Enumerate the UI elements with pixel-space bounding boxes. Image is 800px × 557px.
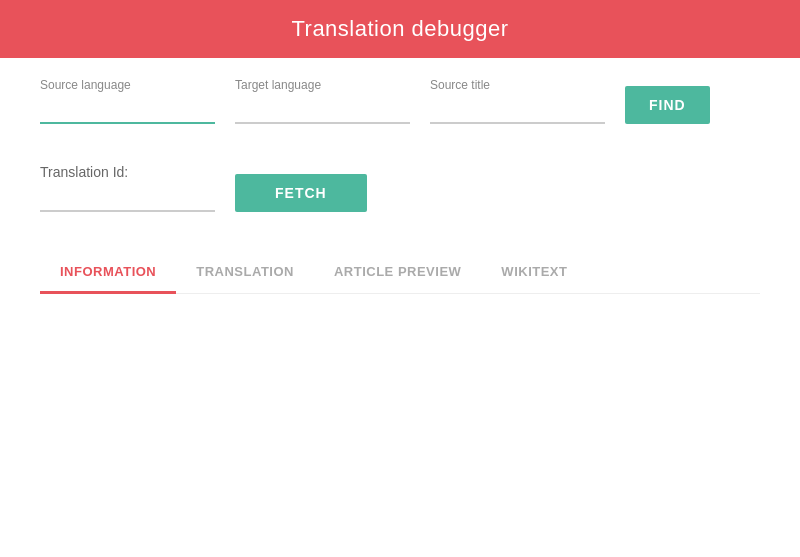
app-container: Translation debugger Source language Tar… <box>0 0 800 557</box>
source-title-input[interactable] <box>430 98 605 124</box>
fetch-button[interactable]: FETCH <box>235 174 367 212</box>
translation-section: Translation Id: FETCH <box>40 164 760 212</box>
search-section: Source language Target language Source t… <box>40 78 760 124</box>
target-language-group: Target language <box>235 78 410 124</box>
main-content: Source language Target language Source t… <box>0 58 800 557</box>
target-language-input[interactable] <box>235 98 410 124</box>
tab-translation[interactable]: TRANSLATION <box>176 252 314 294</box>
translation-id-input[interactable] <box>40 186 215 212</box>
source-language-group: Source language <box>40 78 215 124</box>
tab-article-preview[interactable]: ARTICLE PREVIEW <box>314 252 481 294</box>
source-title-label: Source title <box>430 78 605 92</box>
tab-information[interactable]: INFORMATION <box>40 252 176 294</box>
target-language-label: Target language <box>235 78 410 92</box>
tabs-section: INFORMATION TRANSLATION ARTICLE PREVIEW … <box>40 252 760 294</box>
app-title: Translation debugger <box>291 16 508 41</box>
source-title-group: Source title <box>430 78 605 124</box>
source-language-label: Source language <box>40 78 215 92</box>
tab-wikitext[interactable]: WIKITEXT <box>481 252 587 294</box>
translation-id-label: Translation Id: <box>40 164 215 180</box>
source-language-input[interactable] <box>40 98 215 124</box>
find-button[interactable]: FIND <box>625 86 710 124</box>
translation-id-group: Translation Id: <box>40 164 215 212</box>
header: Translation debugger <box>0 0 800 58</box>
